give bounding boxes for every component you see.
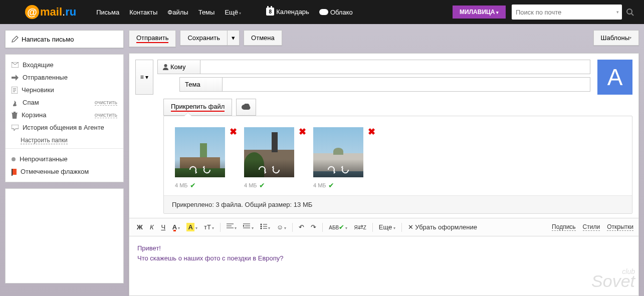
svg-point-16	[260, 228, 262, 229]
clear-spam[interactable]: очистить	[95, 99, 117, 106]
save-dropdown[interactable]: ▾	[227, 30, 240, 46]
indent-button[interactable]	[241, 221, 256, 233]
header: @ mail.ru Письма Контакты Файлы Темы Ещё…	[0, 0, 644, 24]
cards-link[interactable]: Открытки	[607, 223, 633, 231]
subject-label: Тема	[179, 77, 223, 92]
agent-icon	[12, 125, 19, 131]
inbox-icon	[12, 62, 19, 68]
compose-button[interactable]: Написать письмо	[5, 30, 124, 48]
font-size-button[interactable]: тТ	[201, 221, 217, 233]
emoji-button[interactable]: ☺	[274, 221, 289, 233]
nav-calendar[interactable]: 8Календарь	[266, 8, 309, 17]
logo-text: mail	[40, 6, 62, 19]
align-icon	[227, 223, 234, 229]
attachment-size: 4 МБ	[313, 182, 326, 188]
nav-more[interactable]: Ещё	[225, 9, 241, 16]
logo-at-icon: @	[25, 5, 39, 19]
folder-trash[interactable]: Корзинаочистить	[6, 109, 123, 121]
folder-drafts[interactable]: Черновики	[6, 84, 123, 96]
search-button[interactable]	[622, 5, 638, 20]
folders-panel: Входящие Отправленные Черновики Спамочис…	[5, 54, 124, 182]
translate-button[interactable]: Я⇄Z	[352, 221, 369, 233]
attach-file-button[interactable]: Прикрепить файл	[163, 99, 232, 116]
nav-mail[interactable]: Письма	[96, 9, 119, 16]
configure-folders[interactable]: Настроить папки	[21, 137, 68, 144]
avatar: А	[597, 60, 632, 95]
calendar-icon: 8	[266, 8, 274, 16]
body-line: Что скажешь о наших фото с поездки в Евр…	[137, 253, 630, 263]
send-button[interactable]: Отправить	[129, 30, 176, 47]
underline-button[interactable]: Ч	[158, 221, 168, 233]
flag-icon	[12, 169, 17, 175]
remove-attachment[interactable]: ✖	[299, 126, 306, 137]
cancel-button[interactable]: Отмена	[244, 30, 282, 46]
search-icon	[626, 8, 634, 16]
signature-link[interactable]: Подпись	[552, 223, 576, 231]
attachments-panel: ✖ 4 МБ✔ ✖ 4 МБ✔ ✖ 4 МБ✔ Прикреплено: 3 ф…	[163, 116, 632, 214]
svg-point-15	[260, 226, 262, 227]
spam-icon	[12, 99, 19, 106]
nav-contacts[interactable]: Контакты	[129, 9, 157, 16]
list-icon	[260, 223, 267, 229]
list-button[interactable]	[258, 221, 273, 233]
sidebar: Написать письмо Входящие Отправленные Че…	[5, 30, 124, 296]
remove-attachment[interactable]: ✖	[230, 126, 237, 137]
nav-files[interactable]: Файлы	[167, 9, 188, 16]
undo-button[interactable]: ↶	[296, 221, 307, 233]
save-button[interactable]: Сохранить	[180, 30, 227, 46]
attachments-summary: Прикреплено: 3 файла. Общий размер: 13 М…	[164, 195, 632, 213]
nav-cloud[interactable]: Облако	[319, 9, 353, 16]
attachment-thumb[interactable]	[244, 127, 294, 177]
subject-input[interactable]	[223, 77, 590, 92]
attachment-thumb[interactable]	[175, 127, 225, 177]
recipients-options[interactable]: ≡ ▾	[135, 60, 153, 95]
search-dropdown[interactable]: ▾	[613, 10, 622, 15]
attach-cloud-button[interactable]	[236, 99, 256, 116]
spellcheck-button[interactable]: АБВ✔	[326, 221, 350, 233]
folder-spam[interactable]: Спамочистить	[6, 96, 123, 109]
sent-icon	[12, 75, 19, 81]
editor-body[interactable]: Привет! Что скажешь о наших фото с поезд…	[129, 236, 638, 295]
check-icon: ✔	[259, 181, 265, 189]
attachment-item: ✖ 4 МБ✔	[244, 127, 299, 189]
bold-button[interactable]: Ж	[134, 221, 145, 233]
check-icon: ✔	[328, 181, 334, 189]
folder-sent[interactable]: Отправленные	[6, 71, 123, 84]
user-menu[interactable]: МИЛАВИЦА	[453, 6, 506, 19]
compose-area: ≡ ▾ Кому Тема А Прикрепить файл	[129, 53, 639, 296]
search-input[interactable]	[512, 9, 613, 16]
nav-themes[interactable]: Темы	[198, 9, 215, 16]
folder-agent[interactable]: История общения в Агенте	[6, 121, 123, 134]
templates-button[interactable]: Шаблоны	[593, 30, 639, 46]
attachment-item: ✖ 4 МБ✔	[175, 127, 230, 189]
svg-line-1	[631, 14, 633, 16]
folder-inbox[interactable]: Входящие	[6, 59, 123, 71]
italic-button[interactable]: К	[147, 221, 157, 233]
to-input[interactable]	[200, 60, 590, 74]
bg-color-button[interactable]: А	[184, 221, 200, 233]
filter-flagged[interactable]: Отмеченные флажком	[6, 165, 123, 178]
draft-icon	[12, 87, 18, 94]
cloud-icon	[319, 9, 328, 15]
compose-toolbar: Отправить Сохранить ▾ Отмена Шаблоны	[129, 30, 639, 47]
ad-placeholder	[5, 188, 124, 283]
clear-formatting[interactable]: ✕ Убрать оформление	[405, 221, 480, 233]
logo[interactable]: @ mail.ru	[25, 5, 76, 19]
clear-trash[interactable]: очистить	[95, 112, 117, 118]
main: Отправить Сохранить ▾ Отмена Шаблоны ≡ ▾…	[129, 30, 639, 296]
filter-unread[interactable]: Непрочитанные	[6, 153, 123, 165]
to-button[interactable]: Кому	[157, 60, 200, 74]
attachment-thumb[interactable]	[313, 127, 363, 177]
redo-button[interactable]: ↷	[308, 221, 319, 233]
styles-link[interactable]: Стили	[583, 223, 600, 231]
check-icon: ✔	[190, 181, 196, 189]
svg-point-7	[164, 64, 167, 67]
more-button[interactable]: Еще	[376, 221, 398, 233]
svg-point-0	[627, 9, 632, 14]
text-color-button[interactable]: А	[170, 221, 183, 233]
dot-icon	[12, 157, 16, 161]
align-button[interactable]	[224, 221, 239, 233]
remove-attachment[interactable]: ✖	[368, 126, 375, 137]
indent-icon	[243, 223, 250, 229]
attachment-size: 4 МБ	[244, 182, 257, 188]
